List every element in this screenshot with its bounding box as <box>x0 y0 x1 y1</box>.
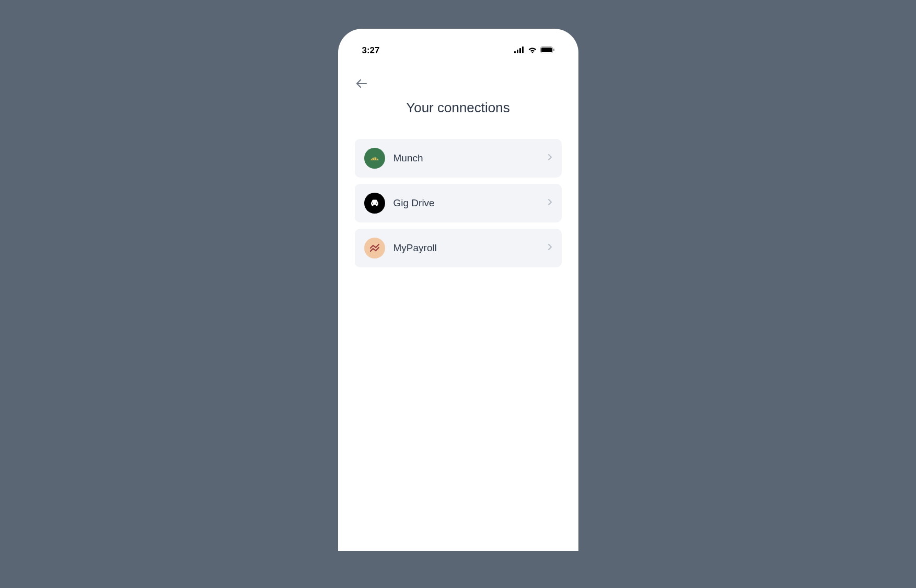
svg-rect-0 <box>514 51 516 53</box>
connection-label: MyPayroll <box>393 242 548 254</box>
chart-icon <box>364 238 385 258</box>
battery-icon <box>540 46 554 55</box>
connections-list: Munch Gig Drive <box>347 139 569 267</box>
munch-icon <box>364 148 385 169</box>
chevron-right-icon <box>548 154 552 163</box>
status-time: 3:27 <box>362 45 380 56</box>
svg-point-12 <box>372 204 373 206</box>
status-bar: 3:27 <box>347 43 569 58</box>
page-title: Your connections <box>356 100 561 116</box>
svg-point-15 <box>376 203 377 204</box>
phone-frame: 3:27 <box>338 29 578 551</box>
svg-rect-6 <box>541 48 552 52</box>
wifi-icon <box>528 46 537 55</box>
chevron-right-icon <box>548 198 552 208</box>
svg-rect-3 <box>522 46 524 53</box>
nav-area: Your connections <box>347 58 569 139</box>
status-icons <box>514 46 554 55</box>
svg-point-13 <box>376 204 377 206</box>
cellular-icon <box>514 46 525 55</box>
back-button[interactable] <box>356 79 561 90</box>
svg-rect-1 <box>517 50 518 53</box>
connection-gig-drive[interactable]: Gig Drive <box>355 184 562 222</box>
connection-label: Gig Drive <box>393 197 548 209</box>
car-icon <box>364 193 385 214</box>
chevron-right-icon <box>548 243 552 253</box>
connection-label: Munch <box>393 152 548 164</box>
svg-rect-7 <box>553 49 554 51</box>
svg-point-14 <box>372 203 373 204</box>
svg-rect-11 <box>371 202 378 205</box>
svg-point-4 <box>531 52 533 53</box>
connection-mypayroll[interactable]: MyPayroll <box>355 229 562 267</box>
connection-munch[interactable]: Munch <box>355 139 562 178</box>
svg-rect-2 <box>519 48 521 53</box>
